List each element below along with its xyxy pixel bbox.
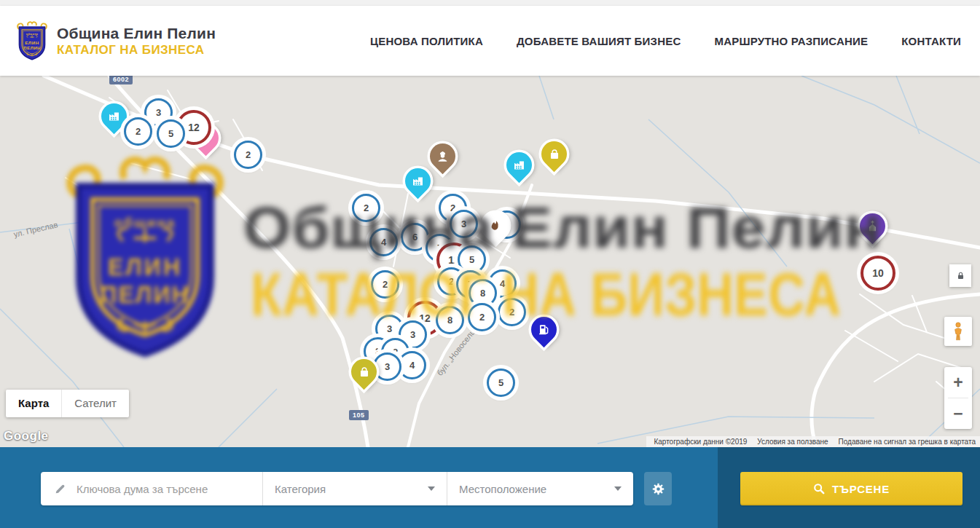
shopping-bag-icon <box>541 141 567 167</box>
markers-layer: 32512222356471252274812822333834510 <box>0 76 980 447</box>
location-select-value: Местоположение <box>459 483 546 495</box>
page: Община Елин Пелин КАТАЛОГ НА БИЗНЕСА ЦЕН… <box>0 0 980 528</box>
shopping-bag-icon <box>351 359 377 385</box>
map-copyright: Картографски данни ©2019 <box>654 438 747 446</box>
map-pin-factory[interactable] <box>501 147 537 183</box>
search-button[interactable]: ТЪРСЕНЕ <box>740 472 963 505</box>
fullscreen-lock-button[interactable] <box>949 264 971 287</box>
terms-link[interactable]: Условия за ползване <box>757 438 828 446</box>
map-cluster-marker[interactable]: 5 <box>157 119 185 148</box>
map-cluster-marker[interactable]: 2 <box>371 270 399 299</box>
map-cluster-marker[interactable]: 2 <box>124 117 152 146</box>
search-button-label: ТЪРСЕНЕ <box>832 483 890 495</box>
map-attribution: Картографски данни ©2019 Условия за полз… <box>646 436 980 447</box>
map-type-satellite-button[interactable]: Сателит <box>61 390 129 417</box>
search-bar: Категория Местоположение <box>0 447 980 528</box>
gear-icon <box>651 481 666 497</box>
header: Община Елин Пелин КАТАЛОГ НА БИЗНЕСА ЦЕН… <box>0 6 980 76</box>
zoom-in-button[interactable]: + <box>944 367 972 398</box>
map-cluster-marker[interactable]: 8 <box>436 306 464 334</box>
advanced-search-button[interactable] <box>644 472 672 505</box>
map-cluster-marker[interactable]: 2 <box>234 141 262 169</box>
category-select-value: Категория <box>275 483 326 495</box>
location-select[interactable]: Местоположение <box>447 472 633 505</box>
keyword-search-input[interactable] <box>75 482 262 496</box>
map-cluster-marker[interactable]: 4 <box>369 228 398 256</box>
main-nav: ЦЕНОВА ПОЛИТИКА ДОБАВЕТЕ ВАШИЯТ БИЗНЕС М… <box>370 35 961 47</box>
nav-pricing-policy[interactable]: ЦЕНОВА ПОЛИТИКА <box>370 35 483 47</box>
search-icon <box>813 483 825 494</box>
street-view-pegman[interactable] <box>944 317 972 346</box>
search-fields-group: Категория Местоположение <box>41 472 633 505</box>
map-cluster-marker[interactable]: 10 <box>861 256 895 291</box>
map-cluster-marker[interactable]: 3 <box>450 210 478 238</box>
map-pin-factory[interactable] <box>400 163 436 199</box>
nav-add-your-business[interactable]: ДОБАВЕТЕ ВАШИЯТ БИЗНЕС <box>517 35 681 47</box>
worker-icon <box>430 143 455 169</box>
map-type-map-button[interactable]: Карта <box>6 390 61 417</box>
map-pin-shopping-bag[interactable] <box>346 354 382 390</box>
zoom-out-button[interactable]: − <box>944 398 972 429</box>
keyword-field-wrap <box>41 472 262 505</box>
zoom-control: + − <box>944 367 972 429</box>
map-cluster-marker[interactable]: 2 <box>498 298 526 326</box>
factory-icon <box>405 168 431 194</box>
map-cluster-marker[interactable]: 5 <box>487 369 515 397</box>
map-pin-church[interactable] <box>855 208 890 244</box>
chevron-down-icon <box>614 486 622 491</box>
map-pin-shopping-bag[interactable] <box>536 136 572 172</box>
category-select[interactable]: Категория <box>262 472 447 505</box>
map-cluster-marker[interactable]: 2 <box>352 194 380 222</box>
map-canvas[interactable]: 6002 105 ул. Преслав бул. „Новоселци“ 32… <box>0 76 980 447</box>
nav-contacts[interactable]: КОНТАКТИ <box>901 35 961 47</box>
pegman-icon <box>952 322 965 341</box>
map-pin-fuel-pump[interactable] <box>526 312 562 347</box>
municipality-crest-icon <box>16 21 48 61</box>
site-subtitle: КАТАЛОГ НА БИЗНЕСА <box>57 43 216 58</box>
map-pin-flame[interactable] <box>478 208 514 243</box>
flame-icon <box>483 213 509 238</box>
church-icon <box>860 213 885 239</box>
site-title: Община Елин Пелин <box>57 25 216 42</box>
google-logo[interactable]: Google <box>4 429 49 444</box>
map-cluster-marker[interactable]: 4 <box>398 351 426 379</box>
map-cluster-marker[interactable]: 2 <box>468 303 496 331</box>
factory-icon <box>101 103 127 129</box>
map-type-control: Карта Сателит <box>6 390 129 417</box>
site-logo[interactable]: Община Елин Пелин КАТАЛОГ НА БИЗНЕСА <box>16 21 216 61</box>
chevron-down-icon <box>428 486 435 491</box>
lock-icon <box>956 271 965 280</box>
fuel-pump-icon <box>531 317 557 342</box>
pencil-icon <box>54 483 66 495</box>
report-error-link[interactable]: Подаване на сигнал за грешка в картата <box>839 438 976 446</box>
top-strip <box>0 0 980 6</box>
nav-route-schedule[interactable]: МАРШРУТНО РАЗПИСАНИЕ <box>714 35 868 47</box>
map-cluster-marker[interactable]: 3 <box>373 352 401 381</box>
factory-icon <box>506 152 532 178</box>
